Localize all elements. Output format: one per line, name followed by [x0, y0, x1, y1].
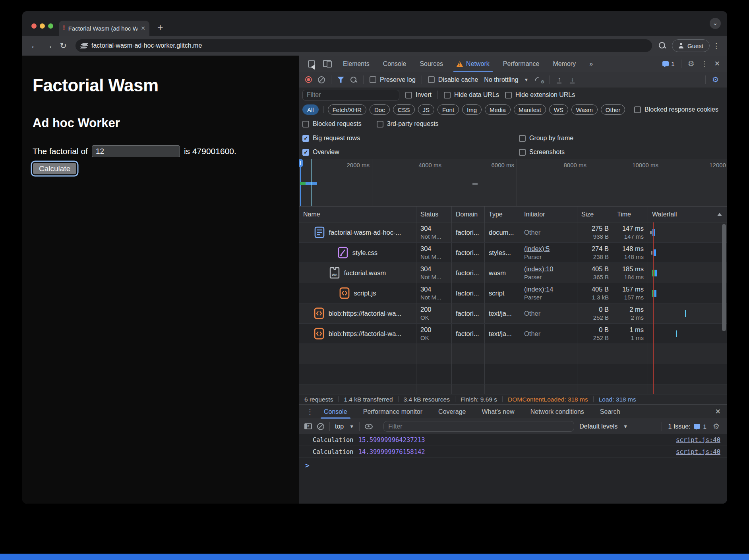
more-tabs-button[interactable]: » — [583, 56, 600, 72]
url-bar[interactable]: factorial-wasm-ad-hoc-worker.glitch.me — [75, 39, 652, 52]
tab-close-icon[interactable]: ✕ — [141, 25, 145, 31]
third-party-requests-checkbox[interactable]: 3rd-party requests — [377, 120, 439, 127]
group-by-frame-checkbox[interactable]: Group by frame — [519, 135, 573, 142]
chip-font[interactable]: Font — [437, 104, 459, 115]
issues-counter[interactable]: 1 — [662, 60, 674, 67]
table-row[interactable]: script.js 304Not M... factori... script … — [299, 283, 727, 303]
tab-network[interactable]: Network — [450, 56, 496, 72]
inspect-element-button[interactable] — [304, 56, 319, 72]
tab-performance[interactable]: Performance — [496, 56, 546, 72]
log-levels-select[interactable]: Default levels ▼ — [579, 423, 628, 430]
network-conditions-icon[interactable] — [534, 76, 543, 83]
source-link[interactable]: script.js:40 — [676, 448, 720, 456]
initiator-link[interactable]: (index):14 — [524, 285, 573, 294]
table-row[interactable]: blob:https://factorial-wa... 200OK facto… — [299, 324, 727, 344]
invert-checkbox[interactable]: Invert — [405, 91, 432, 98]
throttling-select[interactable]: No throttling ▼ — [484, 76, 528, 83]
tab-memory[interactable]: Memory — [546, 56, 583, 72]
close-window-button[interactable] — [31, 23, 37, 29]
console-issues-counter[interactable]: 1 Issue: 1 — [668, 423, 706, 430]
import-har-icon[interactable]: ↑ — [555, 76, 563, 83]
drawer-tab-coverage[interactable]: Coverage — [430, 405, 474, 419]
tab-console[interactable]: Console — [376, 56, 413, 72]
drawer-tab-performance-monitor[interactable]: Performance monitor — [355, 405, 430, 419]
clear-console-icon[interactable] — [317, 423, 324, 430]
column-header-time[interactable]: Time — [613, 207, 648, 222]
column-header-status[interactable]: Status — [416, 207, 452, 222]
chip-wasm[interactable]: Wasm — [571, 104, 598, 115]
table-scrollbar[interactable] — [722, 224, 726, 331]
chip-doc[interactable]: Doc — [370, 104, 390, 115]
execution-context-select[interactable]: top ▼ — [335, 423, 354, 430]
site-settings-icon[interactable] — [81, 43, 87, 48]
timeline-selection-handle[interactable] — [299, 159, 303, 167]
calculate-button[interactable]: Calculate — [33, 162, 77, 175]
chip-img[interactable]: Img — [462, 104, 482, 115]
blocked-response-cookies-checkbox[interactable]: Blocked response cookies — [634, 106, 718, 113]
chip-all[interactable]: All — [302, 104, 319, 115]
source-link[interactable]: script.js:40 — [676, 436, 720, 444]
drawer-tab-whats-new[interactable]: What's new — [474, 405, 522, 419]
close-devtools-icon[interactable]: ✕ — [714, 60, 720, 68]
drawer-tab-network-conditions[interactable]: Network conditions — [523, 405, 592, 419]
search-icon[interactable] — [350, 76, 357, 83]
chip-ws[interactable]: WS — [549, 104, 568, 115]
chip-media[interactable]: Media — [485, 104, 511, 115]
column-header-type[interactable]: Type — [485, 207, 520, 222]
tab-search-button[interactable]: ⌄ — [710, 18, 721, 29]
devtools-menu-icon[interactable]: ⋮ — [701, 60, 708, 68]
column-header-size[interactable]: Size — [577, 207, 613, 222]
chip-js[interactable]: JS — [418, 104, 435, 115]
browser-menu-icon[interactable]: ⋮ — [712, 41, 721, 50]
filter-icon[interactable] — [337, 77, 344, 83]
forward-icon[interactable]: → — [43, 41, 55, 50]
new-tab-button[interactable]: + — [157, 23, 163, 33]
chip-other[interactable]: Other — [601, 104, 625, 115]
initiator-link[interactable]: (index):10 — [524, 265, 573, 273]
tab-elements[interactable]: Elements — [336, 56, 376, 72]
guest-profile-badge[interactable]: Guest — [672, 39, 710, 52]
factorial-input[interactable] — [92, 145, 180, 157]
console-sidebar-icon[interactable] — [304, 423, 312, 429]
reload-icon[interactable]: ↻ — [57, 41, 69, 50]
table-row[interactable]: blob:https://factorial-wa... 200OK facto… — [299, 303, 727, 324]
table-row[interactable]: factorial-wasm-ad-hoc-... 304Not M... fa… — [299, 222, 727, 243]
chip-fetch-xhr[interactable]: Fetch/XHR — [328, 104, 366, 115]
settings-gear-icon[interactable]: ⚙ — [688, 60, 695, 68]
clear-network-log-icon[interactable] — [318, 76, 325, 83]
network-filter-input[interactable] — [302, 90, 399, 100]
chip-css[interactable]: CSS — [393, 104, 415, 115]
network-overview-timeline[interactable]: 2000 ms 4000 ms 6000 ms 8000 ms 10000 ms… — [299, 159, 727, 207]
live-expression-eye-icon[interactable] — [365, 424, 373, 429]
screenshots-checkbox[interactable]: Screenshots — [519, 149, 565, 156]
overview-checkbox[interactable]: Overview — [302, 149, 339, 156]
table-row[interactable]: WA factorial.wasm 304Not M... factori...… — [299, 263, 727, 283]
disable-cache-checkbox[interactable]: Disable cache — [428, 76, 478, 83]
drawer-tab-console[interactable]: Console — [316, 405, 355, 419]
console-settings-gear-icon[interactable]: ⚙ — [713, 423, 720, 430]
console-prompt[interactable]: > — [299, 458, 727, 472]
column-header-initiator[interactable]: Initiator — [520, 207, 577, 222]
device-toolbar-button[interactable] — [319, 56, 336, 72]
record-network-log-icon[interactable] — [305, 76, 312, 83]
drawer-tab-search[interactable]: Search — [592, 405, 628, 419]
maximize-window-button[interactable] — [48, 23, 53, 29]
big-request-rows-checkbox[interactable]: Big request rows — [302, 135, 360, 142]
chip-manifest[interactable]: Manifest — [514, 104, 546, 115]
drawer-menu-icon[interactable]: ⋮ — [306, 407, 314, 416]
back-icon[interactable]: ← — [29, 41, 41, 50]
close-drawer-icon[interactable]: ✕ — [715, 407, 721, 416]
column-header-domain[interactable]: Domain — [452, 207, 485, 222]
browser-tab[interactable]: ! Factorial Wasm (ad hoc Work ✕ — [59, 21, 149, 36]
hide-data-urls-checkbox[interactable]: Hide data URLs — [444, 91, 499, 98]
column-header-waterfall[interactable]: Waterfall — [648, 207, 727, 222]
preserve-log-checkbox[interactable]: Preserve log — [370, 76, 416, 83]
console-message[interactable]: Calculation 15.599999964237213 script.js… — [299, 434, 727, 446]
initiator-link[interactable]: (index):5 — [524, 244, 573, 253]
export-har-icon[interactable]: ↓ — [569, 76, 576, 83]
tab-sources[interactable]: Sources — [413, 56, 450, 72]
minimize-window-button[interactable] — [40, 23, 45, 29]
network-settings-gear-icon[interactable]: ⚙ — [712, 76, 719, 83]
zoom-icon[interactable] — [658, 42, 666, 50]
console-filter-input[interactable] — [383, 421, 574, 432]
